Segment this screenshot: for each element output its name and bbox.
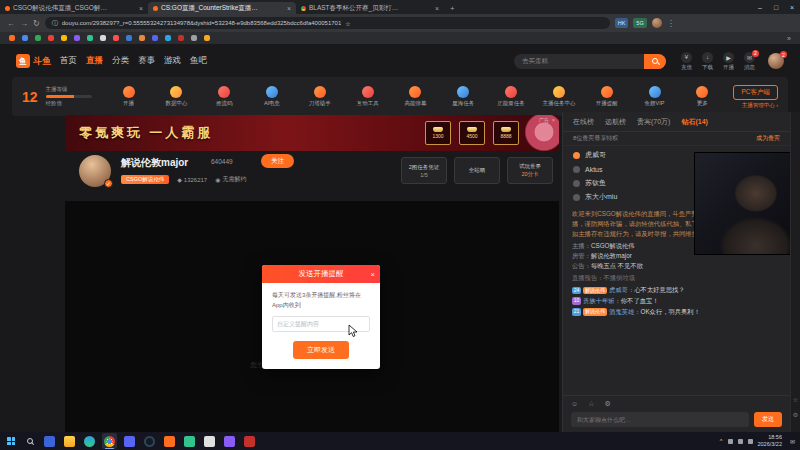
edge-browser-button[interactable] [82, 433, 97, 449]
bookmark-favicon[interactable] [178, 35, 184, 41]
volume-icon[interactable] [738, 439, 743, 444]
browser-menu-icon[interactable]: ⋮ [667, 19, 675, 28]
taskbar-clock[interactable]: 18:56 2026/3/22 [758, 434, 785, 448]
bookmarks-overflow-icon[interactable]: » [787, 35, 791, 42]
back-icon[interactable]: ← [7, 19, 15, 28]
toolbar-item-star-task[interactable]: 星海任务 [446, 86, 480, 107]
fan-club-badge[interactable]: CSGO解说伦伟 [121, 175, 169, 184]
tab-online-rank[interactable]: 在线榜 [573, 117, 594, 127]
toolbar-item-interact-tools[interactable]: 互动工具 [351, 86, 385, 107]
chat-settings-icon[interactable]: ⚙ [604, 400, 610, 408]
taskbar-search-button[interactable] [22, 433, 37, 449]
chat-user-name[interactable]: 酒鬼英雄： [609, 308, 640, 315]
pinned-app-button[interactable] [242, 433, 257, 449]
toolbar-item-positive-task[interactable]: 正能量任务 [494, 86, 528, 107]
extension-badge-5g[interactable]: 5G [633, 18, 646, 28]
task-view-button[interactable] [42, 433, 57, 449]
nav-item-yuba[interactable]: 鱼吧 [190, 55, 207, 67]
address-field[interactable]: ⓘ douyu.com/2938297?_r=0.555553242731349… [45, 17, 610, 29]
toolbar-item-dota-helper[interactable]: 刀塔助手 [303, 86, 337, 107]
pinned-app-button[interactable] [182, 433, 197, 449]
window-close-button[interactable]: × [784, 4, 800, 11]
chat-send-button[interactable]: 发送 [754, 412, 782, 427]
window-maximize-button[interactable]: □ [768, 4, 784, 11]
bookmark-favicon[interactable] [48, 35, 54, 41]
bookmark-favicon[interactable] [22, 35, 28, 41]
pinned-app-button[interactable] [162, 433, 177, 449]
tab-close-icon[interactable]: × [139, 5, 143, 12]
chat-text-input[interactable] [571, 412, 749, 427]
user-avatar[interactable]: 2 [768, 53, 784, 69]
tab-vip[interactable]: 贵宾(70万) [637, 117, 670, 127]
nav-item-games[interactable]: 游戏 [164, 55, 181, 67]
send-reminder-button[interactable]: 立即发送 [293, 341, 349, 359]
chat-user-name[interactable]: 虎威哥： [609, 286, 634, 293]
network-icon[interactable] [728, 439, 733, 444]
bookmark-favicon[interactable] [204, 35, 210, 41]
site-search-input[interactable]: 去买蛋糕 [514, 54, 666, 69]
pinned-app-button[interactable] [142, 433, 157, 449]
tab-diamond[interactable]: 钻石(14) [681, 117, 707, 127]
toolbar-item-streamkey[interactable]: 推流码 [207, 86, 241, 107]
dock-settings-icon[interactable]: ⚙ [793, 411, 798, 418]
chat-user-name[interactable]: 贵族十年斩： [583, 297, 621, 304]
new-tab-button[interactable]: + [450, 4, 455, 13]
streamer-avatar[interactable]: ✓ [79, 155, 111, 187]
bookmark-favicon[interactable] [191, 35, 197, 41]
bookmark-favicon[interactable] [126, 35, 132, 41]
forward-icon[interactable]: → [20, 19, 28, 28]
chrome-browser-button[interactable] [102, 433, 117, 449]
become-vip-link[interactable]: 成为贵宾 [756, 134, 780, 143]
pinned-app-button[interactable] [202, 433, 217, 449]
site-info-icon[interactable]: ⓘ [52, 19, 58, 28]
refresh-icon[interactable]: ↻ [33, 19, 40, 28]
trial-card[interactable]: 试玩世界 20分卡 [507, 157, 553, 184]
bookmark-favicon[interactable] [61, 35, 67, 41]
modal-close-icon[interactable]: × [370, 265, 375, 283]
nav-item-home[interactable]: 首页 [60, 55, 77, 67]
browser-tab-3[interactable]: BLAST春季杯公开赛_贝彩打… × [296, 2, 444, 14]
nav-item-live[interactable]: 直播 [86, 55, 103, 67]
webcam-overlay[interactable] [695, 153, 800, 254]
tab-voyage-rank[interactable]: 远航榜 [605, 117, 626, 127]
browser-tab-1[interactable]: CSGO解说伦伟直播_CSGO解… × [0, 2, 148, 14]
douyu-logo[interactable]: 鱼 斗鱼 [16, 54, 51, 68]
emoji-icon[interactable]: ☺ [571, 400, 578, 408]
toolbar-item-more[interactable]: 更多 [685, 86, 719, 107]
bookmark-favicon[interactable] [139, 35, 145, 41]
tab-close-icon[interactable]: × [435, 5, 439, 12]
nav-item-categories[interactable]: 分类 [112, 55, 129, 67]
pc-client-button[interactable]: PC客户端 [733, 85, 778, 100]
go-live-button[interactable]: ▶ 开播 [723, 52, 734, 71]
toolbar-item-datacenter[interactable]: 数据中心 [159, 86, 193, 107]
bookmark-favicon[interactable] [165, 35, 171, 41]
toolbar-item-golive[interactable]: 开播 [112, 86, 146, 107]
search-button[interactable] [644, 54, 666, 69]
bookmark-favicon[interactable] [100, 35, 106, 41]
toolbar-item-vip[interactable]: 鱼翅VIP [638, 86, 672, 107]
tab-close-icon[interactable]: × [287, 5, 291, 12]
battery-icon[interactable] [748, 439, 753, 444]
nav-item-esports[interactable]: 赛事 [138, 55, 155, 67]
browser-profile-avatar[interactable] [652, 18, 662, 28]
start-button[interactable] [5, 433, 17, 449]
recharge-button[interactable]: ¥ 充值 [681, 52, 692, 71]
pinned-app-button[interactable] [222, 433, 237, 449]
banner-close-icon[interactable]: × [552, 117, 555, 123]
notification-center-icon[interactable]: ✉ [790, 438, 795, 445]
follow-button[interactable]: 关注 [261, 154, 294, 168]
toolbar-item-live-reminder[interactable]: 开播提醒 [590, 86, 624, 107]
toolbar-item-ai[interactable]: AI电竞 [255, 86, 289, 107]
bookmark-favicon[interactable] [87, 35, 93, 41]
horn-card[interactable]: 全站晒 [454, 157, 500, 184]
pinned-app-button[interactable] [122, 433, 137, 449]
extension-badge-hk[interactable]: HK [615, 18, 629, 28]
ad-banner[interactable]: 零氪爽玩 一人霸服 1300 4500 8888 广告 × [65, 115, 559, 151]
toolbar-item-task-center[interactable]: 主播任务中心 [542, 86, 576, 107]
window-minimize-button[interactable]: – [752, 4, 768, 11]
tray-chevron-icon[interactable]: ^ [720, 438, 723, 444]
bookmark-favicon[interactable] [113, 35, 119, 41]
download-button[interactable]: ↓ 下载 [702, 52, 713, 71]
file-explorer-button[interactable] [62, 433, 77, 449]
messages-button[interactable]: ✉ 消息 2 [744, 52, 755, 71]
